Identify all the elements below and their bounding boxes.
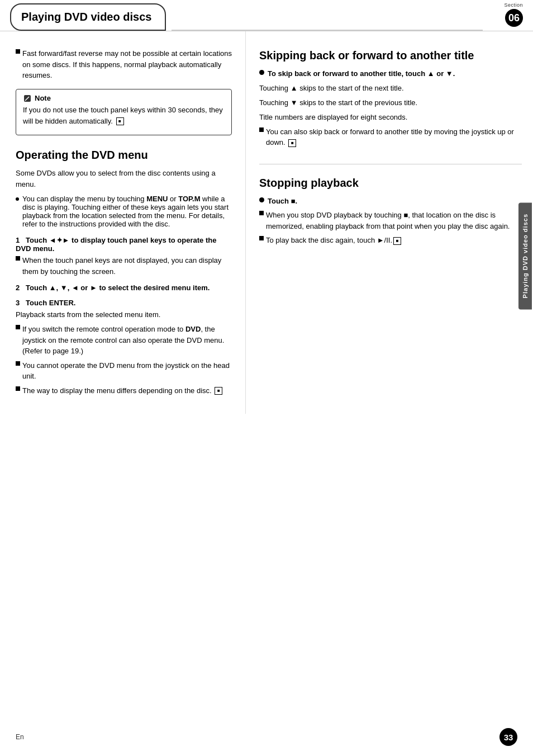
right-column: Skipping back or forward to another titl… <box>246 31 533 414</box>
header-divider <box>172 0 483 31</box>
step-3-title: 3 Touch ENTER. <box>16 299 232 307</box>
step-3-bullet3: The way to display the menu differs depe… <box>16 385 232 396</box>
square-bullet-icon <box>16 361 20 366</box>
step-3-text1: Playback starts from the selected menu i… <box>16 309 232 320</box>
round-bullet-icon <box>259 70 264 75</box>
stop-heading: Stopping playback <box>259 176 522 190</box>
end-marker: ■ <box>288 139 296 147</box>
end-marker: ■ <box>116 117 124 125</box>
section-divider <box>259 164 522 164</box>
skip-text3: Title numbers are displayed for eight se… <box>259 112 522 123</box>
step-2: 2 Touch ▲, ▼, ◄ or ► to select the desir… <box>16 284 232 292</box>
step-1-bullet: When the touch panel keys are not displa… <box>16 255 232 277</box>
step-1-text: When the touch panel keys are not displa… <box>22 255 232 277</box>
footer-lang: En <box>16 733 24 741</box>
square-bullet-icon <box>16 386 20 391</box>
intro-bullet-item: Fast forward/fast reverse may not be pos… <box>16 48 232 81</box>
intro-bullet-text: Fast forward/fast reverse may not be pos… <box>22 48 232 81</box>
step-3-bullet2-text: You cannot operate the DVD menu from the… <box>22 360 232 382</box>
section-label: Section <box>504 2 523 8</box>
square-bullet-icon <box>259 127 264 132</box>
square-bullet-icon <box>16 325 20 329</box>
note-text: If you do not use the touch panel keys w… <box>23 105 225 127</box>
page-footer: En 33 <box>0 728 533 746</box>
section-badge: Section 06 <box>488 0 533 31</box>
dvd-menu-bullet: You can display the menu by touching MEN… <box>16 195 232 228</box>
step-3-bullet1: If you switch the remote control operati… <box>16 324 232 357</box>
side-tab-wrapper: Playing DVD video discs <box>517 143 533 369</box>
page: Playing DVD video discs Section 06 Fast … <box>0 0 533 756</box>
end-marker: ■ <box>215 387 222 395</box>
skip-text2: Touching ▼ skips to the start of the pre… <box>259 97 522 108</box>
step-3: 3 Touch ENTER. Playback starts from the … <box>16 299 232 396</box>
side-tab: Playing DVD video discs <box>518 202 532 309</box>
note-title: Note <box>35 94 51 102</box>
skip-bullet2: You can also skip back or forward to ano… <box>259 126 522 148</box>
round-bullet-icon <box>259 197 264 202</box>
stop-bullet-title: Touch ■. <box>259 196 522 207</box>
note-label: Note <box>23 94 225 103</box>
skip-text1: Touching ▲ skips to the start of the nex… <box>259 83 522 94</box>
end-marker: ■ <box>393 237 401 245</box>
stop-bullet2: To play back the disc again, touch ►/II.… <box>259 235 522 246</box>
page-header: Playing DVD video discs Section 06 <box>0 0 533 31</box>
dot-icon <box>16 197 19 201</box>
note-box: Note If you do not use the touch panel k… <box>16 89 232 135</box>
svg-line-2 <box>25 100 26 101</box>
dvd-menu-heading: Operating the DVD menu <box>16 148 232 162</box>
section-number: 06 <box>505 9 523 27</box>
square-bullet-icon <box>259 211 264 215</box>
dvd-menu-intro: Some DVDs allow you to select from the d… <box>16 168 232 190</box>
main-content: Fast forward/fast reverse may not be pos… <box>0 31 533 414</box>
step-1-title: 1 Touch ◄✦► to display touch panel keys … <box>16 236 232 253</box>
square-bullet-icon <box>259 236 264 240</box>
square-bullet-icon <box>16 256 20 261</box>
left-column: Fast forward/fast reverse may not be pos… <box>0 31 246 414</box>
header-title-box: Playing DVD video discs <box>10 3 166 31</box>
stop-text1: When you stop DVD playback by touching ■… <box>259 210 522 231</box>
step-2-title: 2 Touch ▲, ▼, ◄ or ► to select the desir… <box>16 284 232 292</box>
step-3-bullet2: You cannot operate the DVD menu from the… <box>16 360 232 382</box>
page-title: Playing DVD video discs <box>21 11 151 23</box>
skip-bullet-title: To skip back or forward to another title… <box>259 68 522 79</box>
note-content: Note If you do not use the touch panel k… <box>23 94 225 130</box>
dvd-menu-bullet-text: You can display the menu by touching MEN… <box>22 195 232 228</box>
pencil-icon <box>23 94 32 103</box>
step-1: 1 Touch ◄✦► to display touch panel keys … <box>16 236 232 277</box>
square-bullet-icon <box>16 49 20 54</box>
footer-page-number: 33 <box>499 728 517 746</box>
skip-heading: Skipping back or forward to another titl… <box>259 48 522 63</box>
